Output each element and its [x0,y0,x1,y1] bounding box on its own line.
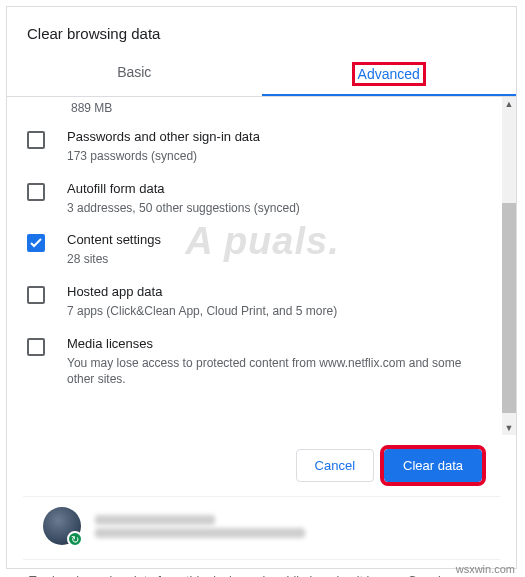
list-item: Media licenses You may lose access to pr… [27,328,480,396]
button-row: Cancel Clear data [7,435,516,496]
avatar: ↻ [43,507,81,545]
tab-basic[interactable]: Basic [7,52,262,96]
item-label: Content settings [67,232,161,249]
checkbox-content-settings[interactable] [27,234,45,252]
clear-data-button[interactable]: Clear data [384,449,482,482]
tab-basic-label: Basic [117,64,151,80]
truncated-prev-item-sub: 889 MB [27,97,480,121]
scroll-down-arrow-icon[interactable]: ▼ [502,421,516,435]
list-item: Passwords and other sign-in data 173 pas… [27,121,480,173]
tab-advanced[interactable]: Advanced [262,52,517,96]
list-item: Content settings 28 sites [27,224,480,276]
options-scroll-area: 889 MB Passwords and other sign-in data … [7,97,516,435]
sync-badge-icon: ↻ [67,531,83,547]
dialog-header: Clear browsing data [7,7,516,46]
list-item: Hosted app data 7 apps (Click&Clean App,… [27,276,480,328]
profile-sync-block: ↻ [23,496,500,560]
checkbox-autofill[interactable] [27,183,45,201]
dialog-title: Clear browsing data [27,25,496,42]
source-attribution: wsxwin.com [456,563,515,575]
item-sub: 173 passwords (synced) [67,148,260,165]
checkbox-media-licenses[interactable] [27,338,45,356]
scrollbar-track[interactable]: ▲ ▼ [502,97,516,435]
item-sub: 3 addresses, 50 other suggestions (synce… [67,200,300,217]
footer-note: To clear browsing data from this device … [7,560,516,577]
item-sub: You may lose access to protected content… [67,355,480,389]
tab-advanced-label: Advanced [354,64,424,84]
redacted-email [95,528,305,538]
dialog-clear-browsing-data: Clear browsing data Basic Advanced 889 M… [6,6,517,569]
item-sub: 28 sites [67,251,161,268]
item-label: Passwords and other sign-in data [67,129,260,146]
checkbox-hosted-app[interactable] [27,286,45,304]
tabs-row: Basic Advanced [7,52,516,97]
list-item: Autofill form data 3 addresses, 50 other… [27,173,480,225]
profile-text-redacted [95,512,480,541]
item-label: Hosted app data [67,284,337,301]
item-label: Media licenses [67,336,480,353]
cancel-button[interactable]: Cancel [296,449,374,482]
item-sub: 7 apps (Click&Clean App, Cloud Print, an… [67,303,337,320]
scroll-up-arrow-icon[interactable]: ▲ [502,97,516,111]
item-label: Autofill form data [67,181,300,198]
scrollbar-thumb[interactable] [502,203,516,413]
checkbox-passwords[interactable] [27,131,45,149]
redacted-name [95,515,215,525]
